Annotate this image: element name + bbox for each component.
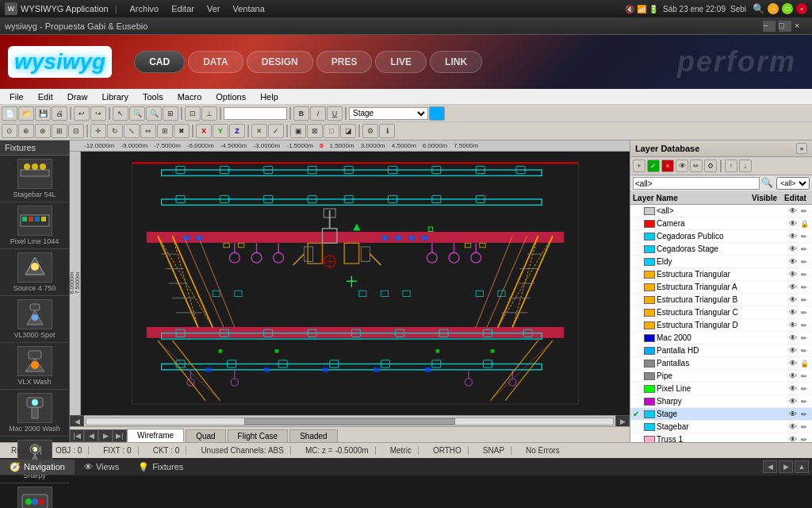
footer-btn-left[interactable]: ◀ bbox=[763, 460, 777, 473]
tb-snap[interactable]: ⊡ bbox=[185, 106, 201, 121]
layer-row[interactable]: <all>👁✏ bbox=[630, 205, 812, 217]
win-close[interactable]: × bbox=[795, 21, 807, 32]
nav-footer-views[interactable]: 👁 Views bbox=[75, 460, 128, 474]
tb-underline[interactable]: U bbox=[327, 106, 343, 121]
layer-edit-icon[interactable]: ✏ bbox=[799, 283, 810, 291]
tb-redo[interactable]: ↪ bbox=[90, 106, 106, 121]
layer-close-icon[interactable]: × bbox=[796, 143, 807, 154]
layer-visibility-icon[interactable]: 👁 bbox=[787, 295, 799, 304]
tb-r1[interactable]: ⊙ bbox=[2, 124, 17, 138]
menu-ver[interactable]: Ver bbox=[201, 2, 227, 15]
layer-edit-icon[interactable]: ✏ bbox=[799, 436, 810, 443]
layer-row[interactable]: Pipe👁✏ bbox=[630, 370, 812, 383]
layer-visibility-icon[interactable]: 👁 bbox=[787, 244, 799, 253]
layer-visibility-icon[interactable]: 👁 bbox=[787, 206, 799, 215]
layer-color-swatch[interactable] bbox=[644, 233, 655, 241]
layer-row[interactable]: Estructura Triangular A👁✏ bbox=[630, 281, 812, 294]
layer-edit-icon[interactable]: ✏ bbox=[799, 271, 810, 279]
tb-zoom-in[interactable]: 🔍 bbox=[129, 106, 145, 121]
tb-save[interactable]: 💾 bbox=[35, 106, 51, 121]
layer-row[interactable]: Estructura Triangular👁✏ bbox=[630, 268, 812, 281]
layer-edit-icon[interactable]: 🔒 bbox=[799, 220, 810, 228]
tb-r3[interactable]: ⊗ bbox=[35, 124, 51, 138]
layer-up-btn[interactable]: ↑ bbox=[725, 160, 737, 172]
layer-visibility-icon[interactable]: 👁 bbox=[787, 384, 799, 393]
tb-r5[interactable]: ⊟ bbox=[68, 124, 84, 138]
layer-color-swatch[interactable] bbox=[644, 220, 655, 228]
tb-zoom-out[interactable]: 🔍 bbox=[146, 106, 162, 121]
tb-xyz-x[interactable]: X bbox=[196, 124, 212, 138]
tb-xyz-y[interactable]: Y bbox=[213, 124, 228, 138]
layer-edit-icon[interactable]: ✏ bbox=[799, 398, 810, 406]
menu-help[interactable]: Help bbox=[254, 90, 285, 103]
layer-row[interactable]: Stagebar👁✏ bbox=[630, 421, 812, 433]
command-input[interactable] bbox=[224, 107, 287, 120]
tb-xyz-z[interactable]: Z bbox=[229, 124, 245, 138]
layer-row[interactable]: Camera👁🔒 bbox=[630, 217, 812, 230]
layer-visibility-icon[interactable]: 👁 bbox=[787, 422, 799, 431]
tab-design[interactable]: DESIGN bbox=[247, 51, 313, 73]
layer-color-swatch[interactable] bbox=[644, 245, 655, 253]
stage-canvas[interactable] bbox=[81, 152, 630, 415]
tb-rotate[interactable]: ↻ bbox=[107, 124, 123, 138]
tb-zoom-fit[interactable]: ⊞ bbox=[163, 106, 178, 121]
layer-color-swatch[interactable] bbox=[644, 385, 655, 393]
h-scrollbar[interactable]: ◀ ▶ bbox=[70, 415, 630, 426]
fixture-source4[interactable]: Source 4 750 bbox=[0, 249, 69, 296]
back-frame-btn[interactable]: ◀ bbox=[84, 429, 98, 442]
layer-row[interactable]: Truss 1👁✏ bbox=[630, 433, 812, 442]
layer-name-filter[interactable] bbox=[633, 177, 760, 190]
close-button[interactable]: × bbox=[796, 3, 807, 14]
tb-scale[interactable]: ⤡ bbox=[124, 124, 140, 138]
menu-library[interactable]: Library bbox=[95, 90, 135, 103]
layer-edit-icon[interactable]: ✏ bbox=[799, 372, 810, 380]
layer-edit-icon[interactable]: ✏ bbox=[799, 410, 810, 418]
layer-edit-icon[interactable]: ✏ bbox=[799, 233, 810, 241]
layer-visibility-icon[interactable]: 👁 bbox=[787, 283, 799, 291]
menu-options[interactable]: Options bbox=[209, 90, 252, 103]
layer-color-swatch[interactable] bbox=[644, 410, 655, 418]
layer-visibility-icon[interactable]: 👁 bbox=[787, 257, 799, 266]
layer-eye-btn[interactable]: 👁 bbox=[676, 160, 688, 172]
tb-info[interactable]: ℹ bbox=[379, 124, 395, 138]
layer-color-swatch[interactable] bbox=[644, 207, 655, 215]
layer-edit-icon[interactable]: ✏ bbox=[799, 296, 810, 304]
layer-vis-filter[interactable]: <all> bbox=[776, 177, 810, 190]
maximize-button[interactable]: □ bbox=[782, 3, 793, 14]
search-icon[interactable]: 🔍 bbox=[753, 3, 764, 14]
layer-delete-btn[interactable]: × bbox=[661, 160, 674, 172]
tb-r2[interactable]: ⊕ bbox=[18, 124, 34, 138]
layer-row[interactable]: Cegadoras Publico👁✏ bbox=[630, 230, 812, 243]
layer-visibility-icon[interactable]: 👁 bbox=[787, 270, 799, 279]
last-frame-btn[interactable]: ▶| bbox=[113, 429, 127, 442]
tab-data[interactable]: DATA bbox=[188, 51, 243, 73]
tab-cad[interactable]: CAD bbox=[134, 51, 185, 73]
tb-new[interactable]: 📄 bbox=[2, 106, 17, 121]
menu-draw[interactable]: Draw bbox=[61, 90, 94, 103]
tb-props[interactable]: ⚙ bbox=[362, 124, 378, 138]
layer-visibility-icon[interactable]: 👁 bbox=[787, 371, 799, 380]
footer-btn-up[interactable]: ▲ bbox=[795, 460, 809, 473]
fixture-pixelline[interactable]: Pixel Line 1044 bbox=[0, 202, 69, 249]
win-max[interactable]: □ bbox=[779, 21, 791, 32]
layer-props-btn[interactable]: ⚙ bbox=[704, 160, 717, 172]
tb-del[interactable]: ✖ bbox=[174, 124, 190, 138]
menu-file[interactable]: File bbox=[3, 90, 30, 103]
tb-cross[interactable]: ✕ bbox=[251, 124, 267, 138]
layer-visibility-icon[interactable]: 👁 bbox=[787, 308, 799, 317]
minimize-button[interactable]: − bbox=[768, 3, 779, 14]
tab-link[interactable]: LINK bbox=[430, 51, 482, 73]
layer-row[interactable]: Eldy👁✏ bbox=[630, 256, 812, 268]
layer-row[interactable]: Estructura Triangular C👁✏ bbox=[630, 306, 812, 319]
layer-color-swatch[interactable] bbox=[644, 398, 655, 406]
layer-color-swatch[interactable] bbox=[644, 321, 655, 329]
tb-bold[interactable]: B bbox=[293, 106, 309, 121]
tb-undo[interactable]: ↩ bbox=[74, 106, 90, 121]
layer-visibility-icon[interactable]: 👁 bbox=[787, 333, 799, 342]
tb-mirror[interactable]: ⇔ bbox=[140, 124, 156, 138]
layer-color-swatch[interactable] bbox=[644, 347, 655, 355]
layer-edit-icon[interactable]: ✏ bbox=[799, 245, 810, 253]
next-frame-btn[interactable]: ▶ bbox=[98, 429, 113, 442]
tab-pres[interactable]: PRES bbox=[316, 51, 373, 73]
layer-visibility-icon[interactable]: 👁 bbox=[787, 321, 799, 329]
